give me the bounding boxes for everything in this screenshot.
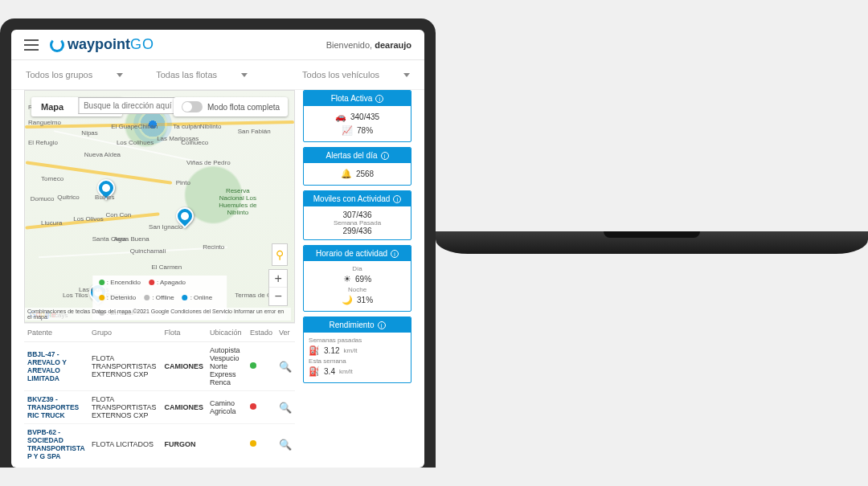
map-city-label: Los Olivos [73,215,103,223]
map-city-label: El Carmen [151,263,182,271]
th-ubicacion[interactable]: Ubicación [207,324,247,342]
cell-flota: CAMIONES [162,391,207,424]
map-zoom-control: + − [268,269,288,306]
th-ver[interactable]: Ver [276,324,295,342]
cell-ubicacion: Autopista Vespucio Norte Express Renca [207,342,247,391]
trend-icon: 📈 [342,125,353,136]
cell-estado [247,342,276,391]
chevron-down-icon [117,73,123,77]
fuel-icon: ⛽ [309,345,320,356]
cell-patente[interactable]: BBJL-47 - AREVALO Y AREVALO LIMITADA [24,342,88,391]
map-city-label: Ranguelmo [28,119,61,126]
chevron-down-icon [403,73,410,77]
toggle-switch-icon [182,101,203,112]
brand-text-waypoint: waypoint [68,36,130,53]
map-city-label: Pinto [176,179,190,186]
moon-icon: 🌙 [342,295,353,305]
cell-ver: 🔍 [276,424,295,462]
map-city-label: Viñas de Pedro [186,159,231,166]
map-city-label: Recinto [203,243,224,251]
cell-estado [247,391,276,424]
map[interactable]: Chillán San Nicolás Ranguelmo El Refugio… [24,90,295,323]
brand-logo: waypointGO [50,36,154,53]
map-city-label: Chillán [138,123,158,130]
map-city-label: Agua Buena [114,235,149,243]
view-icon[interactable]: 🔍 [279,439,292,451]
vehicles-table: Patente Grupo Flota Ubicación Estado Ver… [24,324,295,461]
cell-patente[interactable]: BKVZ39 - TRANSPORTES RIC TRUCK [24,391,88,424]
cell-grupo: FLOTA TRANSPORTISTAS EXTERNOS CXP [88,391,162,424]
th-estado[interactable]: Estado [247,324,276,342]
zoom-in-button[interactable]: + [269,270,287,288]
cell-flota: FURGON [162,424,207,462]
tab-map[interactable]: Mapa [31,97,73,116]
map-city-label: El Guape [111,123,137,130]
kpi-moviles: Moviles con Actividadi 307/436 Semana Pa… [303,190,411,240]
kpi-alertas: Alertas del díai 🔔2568 [303,147,411,186]
cell-ubicacion: Camino Agricola [207,391,247,424]
map-city-label: Quitrico [57,194,80,201]
map-city-label: Nueva Aldea [84,151,121,158]
swirl-icon [50,38,64,52]
info-icon[interactable]: i [391,250,399,258]
bell-icon: 🔔 [341,169,352,179]
th-grupo[interactable]: Grupo [88,324,162,342]
info-icon[interactable]: i [378,321,386,329]
map-city-label: Liucura [41,219,62,227]
kpi-rendimiento: Rendimientoi Semanas pasadas ⛽3.12 km/lt… [303,317,411,383]
map-city-label: Los Colihues [117,139,154,146]
info-icon[interactable]: i [375,95,383,103]
view-icon[interactable]: 🔍 [279,402,292,414]
th-patente[interactable]: Patente [24,324,88,342]
map-city-label: Ta culpán [173,123,200,130]
map-city-label: Nipas [81,129,97,137]
kpi-horario: Horario de actividadi Día ☀69% Noche 🌙31… [303,245,411,312]
view-icon[interactable]: 🔍 [279,361,292,373]
table-row: BVPB-62 - SOCIEDAD TRANSPORTISTA P Y G S… [24,424,295,462]
streetview-pegman-icon[interactable]: ⚲ [272,243,288,266]
map-city-label: Quinchamalí [130,247,166,255]
chevron-down-icon [241,73,248,77]
map-park-label: Reserva Nacional Los Huemules de Niblint… [219,187,256,216]
cell-flota: CAMIONES [162,342,207,391]
fleet-mode-toggle[interactable]: Modo flota completa [174,97,288,116]
car-icon: 🚗 [335,112,346,122]
info-icon[interactable]: i [393,195,401,203]
cell-estado [247,424,276,462]
table-row: BKVZ39 - TRANSPORTES RIC TRUCKFLOTA TRAN… [24,391,295,424]
zoom-out-button[interactable]: − [269,288,287,305]
cell-grupo: FLOTA LICITADOS [88,424,162,462]
menu-icon[interactable] [24,39,39,51]
th-flota[interactable]: Flota [162,324,207,342]
map-city-label: El Refugio [28,139,58,146]
fuel-icon: ⛽ [309,366,320,377]
cell-grupo: FLOTA TRANSPORTISTAS EXTERNOS CXP [88,342,162,391]
cell-ubicacion [207,424,247,462]
map-city-label: Tomeco [41,175,63,182]
map-city-label: Con Con [106,211,132,218]
table-row: BBJL-47 - AREVALO Y AREVALO LIMITADAFLOT… [24,342,295,391]
filter-fleets[interactable]: Todas las flotas [154,67,249,83]
cell-ver: 🔍 [276,391,295,424]
welcome-text: Bienvenido, dearaujo [326,40,411,50]
map-city-label: San Fabián [238,128,271,135]
filter-groups[interactable]: Todos los grupos [24,67,125,83]
map-city-label: Niblinto [200,123,222,130]
filter-vehicles[interactable]: Todos los vehículos [301,67,411,83]
info-icon[interactable]: i [381,152,389,160]
brand-text-go: GO [130,36,154,53]
map-attribution: Combinaciones de teclas Datos del mapa ©… [25,308,291,321]
map-city-label: Domuco [31,195,55,202]
map-city-label: San Ignacio [149,223,182,231]
map-city-label: Coihueco [181,139,208,146]
map-city-label: Bulnes [95,194,114,201]
sun-icon: ☀ [343,274,351,284]
cell-patente[interactable]: BVPB-62 - SOCIEDAD TRANSPORTISTA P Y G S… [24,424,88,462]
cell-ver: 🔍 [276,342,295,391]
kpi-flota-activa: Flota Activai 🚗340/435 📈78% [303,90,411,142]
